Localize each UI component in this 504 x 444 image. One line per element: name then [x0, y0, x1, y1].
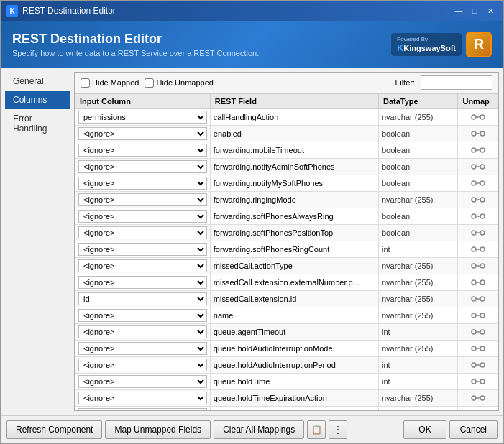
table-cell-unmap — [458, 126, 498, 142]
table-cell-rest-field: queue.holdTimeExpirationAction — [210, 390, 378, 407]
hide-unmapped-checkbox-label[interactable]: Hide Unmapped — [145, 78, 214, 88]
table-cell-rest-field: forwarding.ringingMode — [210, 192, 378, 208]
unmap-button[interactable] — [469, 226, 487, 239]
title-bar: K REST Destination Editor — □ ✕ — [1, 1, 503, 21]
unmap-button[interactable] — [469, 210, 487, 223]
table-row: <ignore>forwarding.notifyAdminSoftPhones… — [75, 159, 498, 175]
unmap-button[interactable] — [469, 144, 487, 157]
input-column-select[interactable]: <ignore> — [78, 226, 207, 239]
maximize-button[interactable]: □ — [467, 4, 482, 17]
unmap-button[interactable] — [469, 359, 487, 371]
svg-point-15 — [472, 198, 476, 202]
table-row: <ignore>namenvarchar (255) — [75, 307, 498, 324]
hide-mapped-checkbox[interactable] — [81, 78, 90, 88]
svg-point-10 — [480, 165, 485, 169]
input-column-select[interactable]: <ignore> — [78, 392, 207, 404]
unmap-button[interactable] — [469, 177, 487, 190]
header-title: REST Destination Editor — [12, 32, 259, 47]
table-cell-unmap — [458, 374, 498, 390]
table-cell-rest-field: queue.holdAudioInterruptionMode — [210, 341, 378, 357]
mapping-table: Input Column REST Field DataType Unmap — [75, 93, 498, 410]
unmap-button[interactable] — [469, 259, 487, 272]
map-unmapped-button[interactable]: Map Unmapped Fields — [105, 420, 211, 439]
icon-button-1[interactable]: 📋 — [307, 420, 326, 439]
sidebar-item-columns[interactable]: Columns — [5, 91, 70, 109]
hide-unmapped-checkbox[interactable] — [145, 78, 154, 88]
table-cell-unmap — [458, 258, 498, 274]
input-column-select[interactable]: <ignore> — [78, 127, 207, 140]
input-column-select[interactable]: <ignore> — [78, 144, 207, 157]
input-column-select[interactable]: <ignore> — [78, 375, 207, 388]
unmap-button[interactable] — [469, 292, 487, 305]
input-column-select[interactable]: <ignore> — [78, 359, 207, 371]
svg-point-19 — [480, 214, 485, 218]
title-bar-text: REST Destination Editor — [22, 6, 116, 16]
table-cell-input: <ignore> — [75, 307, 211, 324]
kingsway-brand-text: KKingswaySoft — [397, 42, 456, 53]
table-cell-input: <ignore> — [75, 225, 211, 241]
icon-button-2[interactable]: ⋮ — [329, 420, 347, 439]
table-row: <ignore>queue.maxCallersint — [75, 407, 498, 411]
svg-point-6 — [472, 148, 476, 152]
input-column-select[interactable]: permissions — [78, 111, 207, 124]
clear-all-mappings-button[interactable]: Clear All Mappings — [214, 420, 304, 439]
input-column-select[interactable]: <ignore> — [78, 160, 207, 173]
table-cell-datatype: int — [378, 357, 457, 374]
unmap-button[interactable] — [469, 375, 487, 388]
input-column-select[interactable]: <ignore> — [78, 342, 207, 355]
unmap-button[interactable] — [469, 392, 487, 404]
hide-mapped-checkbox-label[interactable]: Hide Mapped — [81, 78, 139, 88]
input-column-select[interactable]: <ignore> — [78, 210, 207, 223]
refresh-component-button[interactable]: Refresh Component — [6, 420, 102, 439]
table-cell-rest-field: name — [210, 307, 378, 324]
table-cell-rest-field: queue.holdAudioInterruptionPeriod — [210, 357, 378, 374]
sidebar-item-error-handling[interactable]: Error Handling — [5, 109, 70, 138]
ok-button[interactable]: OK — [403, 420, 446, 439]
header-section: REST Destination Editor Specify how to w… — [1, 21, 503, 68]
svg-point-40 — [480, 330, 485, 334]
minimize-button[interactable]: — — [452, 4, 466, 17]
unmap-button[interactable] — [469, 276, 487, 289]
table-cell-input: id — [75, 291, 211, 307]
table-cell-rest-field: queue.maxCallers — [210, 407, 378, 411]
input-column-select[interactable]: <ignore> — [78, 325, 207, 338]
r-logo: R — [466, 32, 492, 57]
table-cell-input: permissions — [75, 109, 211, 126]
unmap-button[interactable] — [469, 127, 487, 140]
close-button[interactable]: ✕ — [483, 4, 498, 17]
input-column-select[interactable]: <ignore> — [78, 408, 207, 410]
unmap-button[interactable] — [469, 309, 487, 322]
unmap-button[interactable] — [469, 325, 487, 338]
unmap-button[interactable] — [469, 243, 487, 256]
table-cell-input: <ignore> — [75, 390, 211, 407]
unmap-button[interactable] — [469, 160, 487, 173]
table-row: <ignore>missedCall.actionTypenvarchar (2… — [75, 258, 498, 274]
input-column-select[interactable]: <ignore> — [78, 177, 207, 190]
table-row: <ignore>forwarding.ringingModenvarchar (… — [75, 192, 498, 208]
table-cell-rest-field: missedCall.actionType — [210, 258, 378, 274]
app-icon: K — [6, 5, 18, 17]
unmap-button[interactable] — [469, 342, 487, 355]
table-cell-rest-field: queue.holdTime — [210, 374, 378, 390]
table-row: <ignore>forwarding.softPhonesPositionTop… — [75, 225, 498, 241]
unmap-button[interactable] — [469, 111, 487, 124]
cancel-button[interactable]: Cancel — [449, 420, 498, 439]
unmap-button[interactable] — [469, 408, 487, 410]
table-cell-rest-field: forwarding.notifyAdminSoftPhones — [210, 159, 378, 175]
table-cell-datatype: int — [378, 407, 457, 411]
table-cell-rest-field: forwarding.softPhonesRingCount — [210, 241, 378, 258]
input-column-select[interactable]: <ignore> — [78, 243, 207, 256]
unmap-button[interactable] — [469, 193, 487, 206]
filter-input[interactable] — [421, 75, 492, 90]
input-column-select[interactable]: id — [78, 292, 207, 305]
input-column-select[interactable]: <ignore> — [78, 193, 207, 206]
input-column-select[interactable]: <ignore> — [78, 309, 207, 322]
svg-point-46 — [480, 363, 485, 367]
table-cell-datatype: boolean — [378, 159, 457, 175]
table-row: <ignore>forwarding.softPhonesRingCountin… — [75, 241, 498, 258]
sidebar-item-general[interactable]: General — [5, 72, 70, 91]
input-column-select[interactable]: <ignore> — [78, 276, 207, 289]
table-cell-datatype: nvarchar (255) — [378, 307, 457, 324]
table-cell-unmap — [458, 274, 498, 291]
input-column-select[interactable]: <ignore> — [78, 259, 207, 272]
